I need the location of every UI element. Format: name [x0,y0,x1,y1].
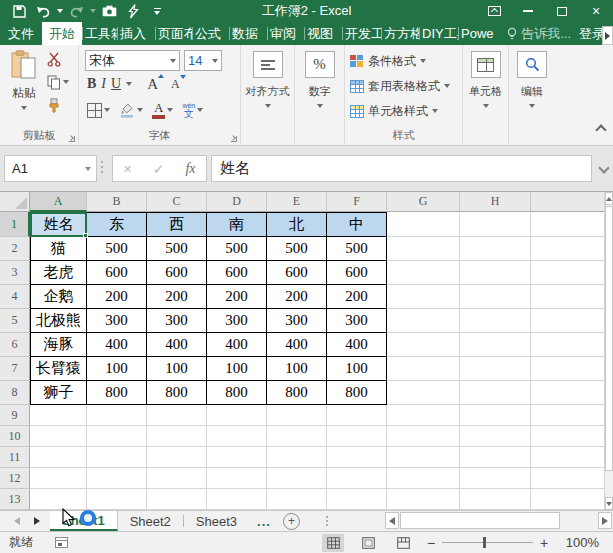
cell-G9[interactable] [387,405,460,426]
row-header-3[interactable]: 3 [0,261,30,285]
page-break-view-button[interactable] [392,534,414,552]
undo-button[interactable] [32,2,54,20]
phonetic-guide-button[interactable]: wén文 [182,102,203,119]
cell-B8[interactable]: 800 [87,381,147,405]
name-box[interactable]: A1 [4,155,97,182]
tab-7[interactable]: 审阅 [268,22,304,45]
cell-G13[interactable] [387,489,460,510]
cell-styles-button[interactable]: 单元格样式 [350,102,438,120]
grow-font-button[interactable]: A [147,76,158,93]
insert-function-icon[interactable]: fx [185,161,195,177]
font-name-combo[interactable]: 宋体 [85,50,180,71]
macro-record-button[interactable] [55,537,68,548]
cell-A12[interactable] [30,468,87,489]
cell-D13[interactable] [207,489,267,510]
expand-formula-bar-icon[interactable] [599,164,609,171]
cell-D10[interactable] [207,426,267,447]
horizontal-scrollbar[interactable] [385,512,612,529]
cell-E10[interactable] [267,426,327,447]
cell-D12[interactable] [207,468,267,489]
cell-B9[interactable] [87,405,147,426]
cell-F9[interactable] [327,405,387,426]
cell-C7[interactable]: 100 [147,357,207,381]
sheet-tab-sheet2[interactable]: Sheet2 [118,511,183,531]
cell-G11[interactable] [387,447,460,468]
font-color-button[interactable]: A [152,101,173,119]
column-header-H[interactable]: H [460,192,531,212]
tell-me-box[interactable]: 告诉我... [507,22,577,45]
cell-H6[interactable] [460,333,531,357]
cell-E12[interactable] [267,468,327,489]
row-header-7[interactable]: 7 [0,357,30,381]
cell-B12[interactable] [87,468,147,489]
cell-H12[interactable] [460,468,531,489]
row-header-9[interactable]: 9 [0,405,30,426]
row-header-13[interactable]: 13 [0,489,30,510]
cell-E6[interactable]: 400 [267,333,327,357]
cell-A13[interactable] [30,489,87,510]
cell-F10[interactable] [327,426,387,447]
cell-C10[interactable] [147,426,207,447]
zoom-out-button[interactable]: − [425,535,437,551]
shrink-font-button[interactable]: A [171,77,180,92]
row-header-2[interactable]: 2 [0,237,30,261]
cell-D3[interactable]: 600 [207,261,267,285]
cell-A11[interactable] [30,447,87,468]
collapse-ribbon-button[interactable] [596,125,606,132]
cell-B4[interactable]: 200 [87,285,147,309]
close-button[interactable]: × [579,0,613,22]
cell-C9[interactable] [147,405,207,426]
cell-B2[interactable]: 500 [87,237,147,261]
cell-A3[interactable]: 老虎 [30,261,87,285]
cell-H1[interactable] [460,212,531,237]
cell-F7[interactable]: 100 [327,357,387,381]
column-header-C[interactable]: C [147,192,207,212]
row-header-11[interactable]: 11 [0,447,30,468]
cell-G1[interactable] [387,212,460,237]
format-painter-button[interactable] [47,97,69,113]
name-box-dropdown-icon[interactable] [85,167,91,171]
cell-B11[interactable] [87,447,147,468]
number-button[interactable]: % 数字 [295,51,344,108]
cell-H4[interactable] [460,285,531,309]
scroll-down-button[interactable] [605,497,613,510]
row-header-4[interactable]: 4 [0,285,30,309]
font-size-combo[interactable]: 14 [184,50,222,71]
vertical-scrollbar[interactable] [604,192,613,510]
underline-dropdown-icon[interactable] [126,82,132,86]
formula-bar-grip[interactable] [101,161,103,173]
clipboard-dialog-launcher[interactable] [69,136,75,142]
scroll-right-button[interactable] [598,512,612,529]
cell-F8[interactable]: 800 [327,381,387,405]
minimize-button[interactable] [511,0,545,22]
cell-F6[interactable]: 400 [327,333,387,357]
redo-button[interactable] [65,2,87,20]
column-header-F[interactable]: F [327,192,387,212]
zoom-slider-track[interactable] [442,542,533,543]
redo-dropdown[interactable] [90,9,96,13]
cell-E3[interactable]: 600 [267,261,327,285]
cut-button[interactable] [47,51,69,67]
clipped-scroll-button[interactable] [602,26,613,45]
zoom-slider-thumb[interactable] [483,537,486,548]
cell-B5[interactable]: 300 [87,309,147,333]
maximize-button[interactable] [545,0,579,22]
cell-A9[interactable] [30,405,87,426]
row-header-5[interactable]: 5 [0,309,30,333]
cell-D6[interactable]: 400 [207,333,267,357]
cell-B7[interactable]: 100 [87,357,147,381]
sheetbar-grip[interactable] [326,511,328,531]
tab-5[interactable]: 公式 [193,22,229,45]
tab-4[interactable]: 页面布局 [156,22,192,45]
cell-H2[interactable] [460,237,531,261]
cell-C11[interactable] [147,447,207,468]
cell-E1[interactable]: 北 [267,212,327,237]
cell-C8[interactable]: 800 [147,381,207,405]
zoom-in-button[interactable]: + [538,535,550,551]
cell-E9[interactable] [267,405,327,426]
paste-button[interactable]: 粘贴 [5,50,43,126]
cell-C12[interactable] [147,468,207,489]
cell-D1[interactable]: 南 [207,212,267,237]
cell-G7[interactable] [387,357,460,381]
cell-B6[interactable]: 400 [87,333,147,357]
